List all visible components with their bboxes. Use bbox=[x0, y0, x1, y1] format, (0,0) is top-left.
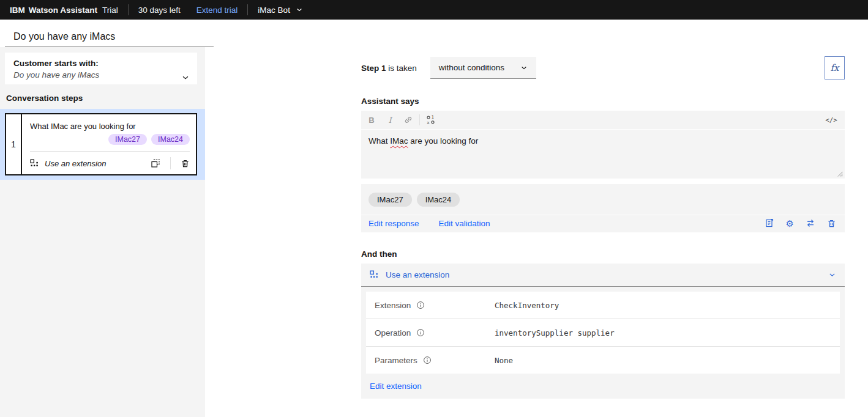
resize-handle-icon[interactable] bbox=[837, 171, 843, 177]
response-options-block: IMac27 IMac24 Edit response Edit validat… bbox=[361, 184, 845, 232]
customer-starts-card[interactable]: Customer starts with: Do you have any iM… bbox=[5, 53, 197, 84]
top-bar: IBM Watson Assistant Trial 30 days left … bbox=[0, 0, 868, 20]
response-actions: Edit response Edit validation ⚙ bbox=[361, 215, 845, 232]
conversation-steps-heading: Conversation steps bbox=[6, 94, 197, 103]
copy-response-icon[interactable] bbox=[765, 218, 774, 228]
extension-fields-card: Extension CheckInventory Operation bbox=[366, 292, 840, 374]
field-value: CheckInventory bbox=[495, 301, 559, 310]
field-value: None bbox=[495, 356, 513, 365]
extension-icon bbox=[370, 270, 379, 279]
watson-assistant-app: IBM Watson Assistant Trial 30 days left … bbox=[0, 0, 868, 417]
footer-divider bbox=[170, 157, 171, 169]
field-row-parameters: Parameters None bbox=[366, 346, 840, 374]
field-label: Parameters bbox=[375, 356, 495, 365]
condition-value: without conditions bbox=[439, 63, 504, 72]
bot-selector[interactable]: iMac Bot bbox=[258, 6, 303, 15]
expression-fx-button[interactable]: fx bbox=[825, 56, 845, 79]
response-icon-buttons: ⚙ bbox=[765, 218, 836, 228]
steps-sidebar: Customer starts with: Do you have any iM… bbox=[0, 47, 205, 417]
settings-gear-icon[interactable]: ⚙ bbox=[786, 219, 794, 228]
svg-text:x: x bbox=[427, 120, 430, 125]
and-then-panel: Use an extension Extension CheckInve bbox=[361, 264, 845, 399]
condition-dropdown[interactable]: without conditions bbox=[430, 57, 536, 79]
step-extension-label: Use an extension bbox=[45, 159, 145, 168]
info-icon[interactable] bbox=[416, 328, 425, 337]
option-chip[interactable]: IMac24 bbox=[417, 193, 460, 207]
step-text: What IMac are you looking for bbox=[30, 122, 190, 131]
action-title-input[interactable]: Do you have any iMacs bbox=[5, 31, 214, 47]
chevron-down-icon bbox=[296, 6, 303, 13]
bold-button[interactable]: B bbox=[362, 111, 381, 129]
content: Customer starts with: Do you have any iM… bbox=[0, 47, 868, 417]
misspelled-word: IMac bbox=[390, 136, 408, 146]
step-summary: What IMac are you looking for IMac27 IMa… bbox=[22, 114, 196, 174]
message-text: What IMac are you looking for bbox=[369, 136, 478, 146]
field-row-operation: Operation inventorySupplier supplier bbox=[366, 319, 840, 346]
message-textarea[interactable]: What IMac are you looking for bbox=[361, 130, 845, 179]
edit-extension-link[interactable]: Edit extension bbox=[370, 382, 422, 391]
delete-response-icon[interactable] bbox=[827, 219, 836, 228]
plan-badge: Trial bbox=[102, 6, 118, 15]
action-title-bar: Do you have any iMacs bbox=[0, 20, 868, 47]
action-select-value: Use an extension bbox=[386, 270, 821, 279]
edit-response-link[interactable]: Edit response bbox=[369, 219, 419, 228]
extend-trial-link[interactable]: Extend trial bbox=[196, 6, 238, 15]
condition-row: Step 1 is taken without conditions fx bbox=[361, 56, 845, 79]
option-tag: IMac24 bbox=[151, 134, 190, 145]
topbar-divider bbox=[128, 4, 129, 15]
code-view-button[interactable]: </> bbox=[819, 111, 844, 129]
bot-name: iMac Bot bbox=[258, 6, 290, 15]
chevron-down-icon bbox=[520, 64, 528, 72]
field-label: Extension bbox=[375, 301, 495, 310]
chevron-down-icon[interactable] bbox=[181, 73, 190, 82]
step-editor: Step 1 is taken without conditions fx As… bbox=[205, 47, 868, 417]
field-row-extension: Extension CheckInventory bbox=[366, 292, 840, 319]
duplicate-step-icon[interactable] bbox=[151, 158, 160, 168]
step-option-tags: IMac27 IMac24 bbox=[30, 134, 190, 145]
brand-prefix: IBM bbox=[10, 6, 25, 15]
topbar-divider bbox=[247, 4, 248, 15]
step-card[interactable]: 1 What IMac are you looking for IMac27 I… bbox=[5, 113, 197, 175]
extension-icon bbox=[30, 159, 39, 168]
trial-days-left: 30 days left bbox=[138, 6, 181, 15]
field-label: Operation bbox=[375, 328, 495, 338]
toolbar-divider bbox=[419, 114, 420, 125]
option-tag: IMac27 bbox=[108, 134, 147, 145]
delete-step-icon[interactable] bbox=[181, 159, 190, 168]
assistant-says-heading: Assistant says bbox=[361, 97, 845, 106]
customer-starts-label: Customer starts with: bbox=[13, 59, 189, 68]
chevron-down-icon[interactable] bbox=[828, 271, 836, 279]
option-chip[interactable]: IMac27 bbox=[369, 193, 412, 207]
editor-toolbar: B I 1x </> bbox=[361, 111, 845, 130]
brand-name: Watson Assistant bbox=[29, 6, 97, 15]
response-editor: B I 1x </> What IMac are you looking for bbox=[361, 111, 845, 179]
edit-validation-link[interactable]: Edit validation bbox=[439, 219, 490, 228]
brand: IBM Watson Assistant Trial bbox=[10, 6, 118, 15]
response-options: IMac27 IMac24 bbox=[361, 184, 845, 215]
step-label: Step 1 bbox=[361, 64, 386, 73]
action-select-dropdown[interactable]: Use an extension bbox=[361, 264, 845, 287]
step-selection-highlight: 1 What IMac are you looking for IMac27 I… bbox=[0, 109, 205, 180]
info-icon[interactable] bbox=[416, 301, 425, 309]
field-value: inventorySupplier supplier bbox=[495, 328, 615, 338]
link-button[interactable] bbox=[399, 111, 417, 129]
info-icon[interactable] bbox=[423, 356, 432, 364]
repeat-icon[interactable] bbox=[806, 218, 815, 228]
svg-text:1: 1 bbox=[432, 115, 435, 120]
insert-variable-button[interactable]: 1x bbox=[422, 111, 440, 129]
customer-starts-value: Do you have any iMacs bbox=[13, 70, 189, 79]
and-then-heading: And then bbox=[361, 249, 845, 259]
step-taken-suffix: is taken bbox=[386, 64, 417, 73]
italic-button[interactable]: I bbox=[381, 111, 399, 129]
step-number: 1 bbox=[6, 114, 22, 174]
step-footer: Use an extension bbox=[30, 152, 190, 169]
step-taken-text: Step 1 is taken bbox=[361, 64, 417, 73]
